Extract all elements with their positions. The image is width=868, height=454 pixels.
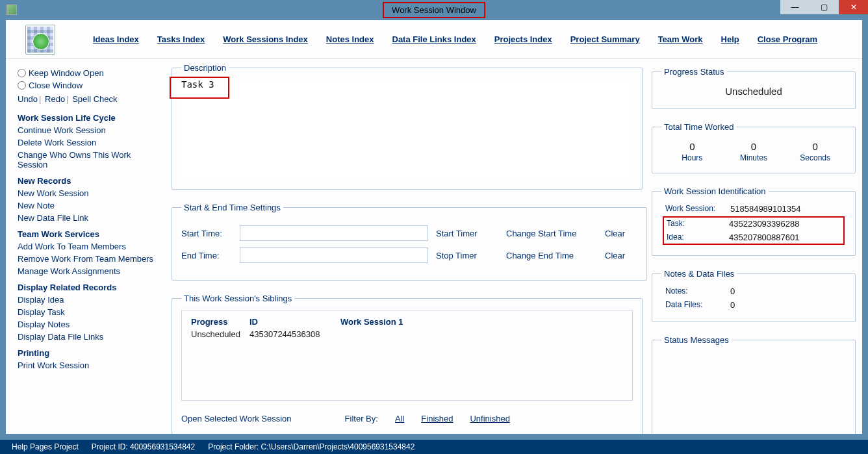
description-legend: Description [181, 63, 229, 73]
link-delete-work-session[interactable]: Delete Work Session [18, 138, 161, 147]
col-header-id: ID [249, 317, 340, 327]
progress-status-value: Unscheduled [661, 83, 846, 98]
link-manage-assignments[interactable]: Manage Work Assignments [18, 266, 161, 276]
notes-legend: Notes & Data Files [661, 269, 737, 279]
siblings-panel: This Work Session's Siblings Progress ID… [172, 294, 643, 434]
menu-project-summary[interactable]: Project Summary [570, 34, 640, 44]
center-column: Description Task 3 Start & End Time Sett… [165, 59, 649, 434]
ttw-seconds-value: 0 [784, 141, 846, 152]
open-selected-ws-link[interactable]: Open Selected Work Session [181, 414, 292, 423]
ident-ws-key: Work Session: [665, 204, 730, 214]
spell-check-link[interactable]: Spell Check [72, 94, 117, 104]
link-print-work-session[interactable]: Print Work Session [18, 360, 161, 370]
clear-end-link[interactable]: Clear [605, 251, 637, 260]
menu-projects-index[interactable]: Projects Index [494, 34, 552, 44]
ident-task-key: Task: [667, 219, 729, 229]
link-display-notes[interactable]: Display Notes [18, 320, 161, 329]
data-files-count-value: 0 [730, 300, 842, 310]
end-time-label: End Time: [181, 251, 232, 260]
filter-finished-link[interactable]: Finished [421, 414, 453, 423]
siblings-table[interactable]: Progress ID Work Session 1 Unscheduled 4… [181, 310, 633, 401]
client-area: Ideas Index Tasks Index Work Sessions In… [5, 19, 863, 435]
link-display-idea[interactable]: Display Idea [18, 295, 161, 305]
notes-count-value: 0 [730, 286, 842, 296]
ttw-minutes-label: Minutes [740, 153, 767, 162]
cell-id: 435307244536308 [249, 329, 340, 339]
end-time-input[interactable] [240, 247, 428, 263]
link-new-data-file-link[interactable]: New Data File Link [18, 213, 161, 223]
menu-team-work[interactable]: Team Work [658, 34, 703, 44]
notes-count-key: Notes: [665, 286, 730, 296]
link-add-work-team[interactable]: Add Work To Team Members [18, 242, 161, 251]
footer-pid-value: 400956931534842 [130, 442, 195, 451]
sidebar: Keep Window Open Close Window Undo| Redo… [6, 59, 165, 434]
identification-panel: Work Session Identification Work Session… [652, 186, 856, 256]
clear-start-link[interactable]: Clear [605, 229, 637, 238]
footer-pid-label: Project ID: [92, 442, 128, 451]
title-bar: Work Session Window — ▢ ✕ [0, 0, 868, 19]
menu-data-file-links-index[interactable]: Data File Links Index [392, 34, 476, 44]
footer-help-project[interactable]: Help Pages Project [12, 442, 79, 451]
radio-close-window[interactable]: Close Window [18, 81, 161, 90]
siblings-legend: This Work Session's Siblings [181, 294, 294, 303]
highlight-annotation: Task: 435223093396288 Idea: 435207800887… [663, 216, 845, 245]
redo-link[interactable]: Redo [45, 94, 65, 104]
radio-label: Close Window [29, 81, 83, 90]
description-input[interactable]: Task 3 [181, 79, 633, 177]
menu-close-program[interactable]: Close Program [758, 34, 817, 44]
time-settings-legend: Start & End Time Settings [181, 203, 283, 212]
total-time-worked-panel: Total Time Worked 0Hours 0Minutes 0Secon… [652, 122, 856, 173]
ident-task-value: 435223093396288 [729, 219, 841, 229]
start-time-input[interactable] [240, 225, 428, 241]
link-change-owner[interactable]: Change Who Owns This Work Session [18, 150, 161, 170]
app-window-icon [6, 5, 17, 15]
link-display-task[interactable]: Display Task [18, 307, 161, 317]
change-start-time-link[interactable]: Change Start Time [506, 229, 597, 238]
start-time-label: Start Time: [181, 229, 232, 238]
identification-legend: Work Session Identification [661, 186, 769, 196]
filter-unfinished-link[interactable]: Unfinished [470, 414, 509, 423]
menu-help[interactable]: Help [721, 34, 739, 44]
change-end-time-link[interactable]: Change End Time [506, 251, 597, 260]
menu-bar: Ideas Index Tasks Index Work Sessions In… [6, 20, 862, 59]
link-new-work-session[interactable]: New Work Session [18, 188, 161, 198]
menu-work-sessions-index[interactable]: Work Sessions Index [223, 34, 308, 44]
window-close-button[interactable]: ✕ [839, 0, 868, 14]
cell-name [340, 329, 623, 339]
progress-status-legend: Progress Status [661, 67, 727, 77]
link-remove-work-team[interactable]: Remove Work From Team Members [18, 254, 161, 264]
radio-keep-window-open[interactable]: Keep Window Open [18, 68, 161, 78]
ident-idea-key: Idea: [667, 233, 729, 242]
ident-idea-value: 435207800887601 [729, 233, 841, 242]
group-team-work-services: Team Work Services [18, 229, 161, 239]
link-display-data-file-links[interactable]: Display Data File Links [18, 332, 161, 342]
undo-link[interactable]: Undo [18, 94, 38, 104]
status-bar: Help Pages Project Project ID: 400956931… [0, 440, 868, 454]
status-messages-legend: Status Messages [661, 335, 732, 345]
ttw-legend: Total Time Worked [661, 122, 736, 132]
menu-notes-index[interactable]: Notes Index [326, 34, 374, 44]
table-row[interactable]: Unscheduled 435307244536308 [191, 329, 623, 339]
filter-all-link[interactable]: All [395, 414, 404, 423]
group-printing: Printing [18, 348, 161, 358]
start-timer-link[interactable]: Start Timer [436, 229, 498, 238]
progress-status-panel: Progress Status Unscheduled [652, 67, 856, 109]
ident-ws-value: 518584989101354 [730, 204, 842, 214]
ttw-hours-label: Hours [682, 153, 702, 162]
maximize-button[interactable]: ▢ [810, 0, 839, 14]
group-display-related: Display Related Records [18, 283, 161, 292]
stop-timer-link[interactable]: Stop Timer [436, 251, 498, 260]
status-messages-panel: Status Messages [652, 335, 856, 434]
description-panel: Description Task 3 [172, 63, 643, 190]
link-continue-work-session[interactable]: Continue Work Session [18, 125, 161, 135]
footer-folder-label: Project Folder: [208, 442, 259, 451]
notes-data-files-panel: Notes & Data Files Notes: 0 Data Files: … [652, 269, 856, 322]
ttw-hours-value: 0 [661, 141, 723, 152]
menu-ideas-index[interactable]: Ideas Index [93, 34, 139, 44]
link-new-note[interactable]: New Note [18, 201, 161, 210]
minimize-button[interactable]: — [780, 0, 810, 14]
data-files-count-key: Data Files: [665, 300, 730, 310]
cell-progress: Unscheduled [191, 329, 249, 339]
col-header-progress: Progress [191, 317, 249, 327]
menu-tasks-index[interactable]: Tasks Index [157, 34, 205, 44]
